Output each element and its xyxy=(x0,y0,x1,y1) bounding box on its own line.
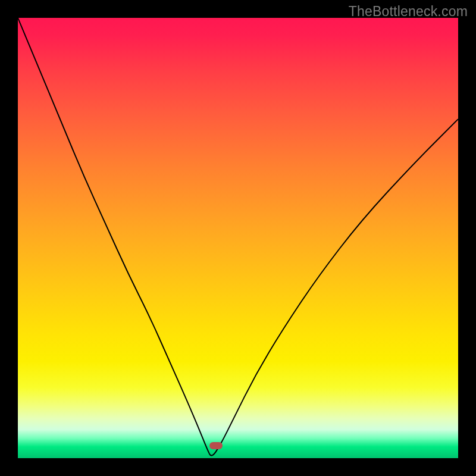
bottleneck-curve xyxy=(18,18,458,458)
chart-frame: TheBottleneck.com xyxy=(0,0,476,476)
plot-area xyxy=(18,18,458,458)
optimal-marker xyxy=(209,442,223,449)
curve-path xyxy=(18,18,458,456)
watermark-text: TheBottleneck.com xyxy=(349,4,468,20)
